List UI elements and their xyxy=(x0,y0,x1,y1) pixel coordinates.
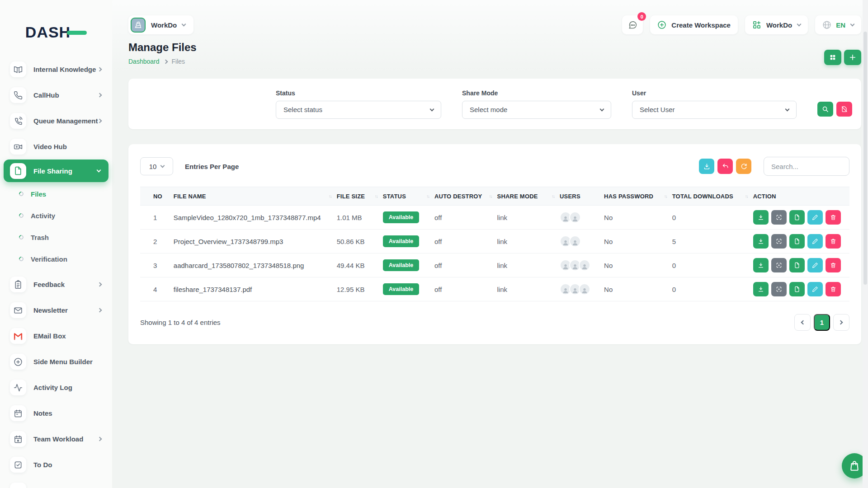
row-scan-button[interactable] xyxy=(771,210,787,225)
filter-clear-button[interactable] xyxy=(836,102,852,117)
sort-icon[interactable]: ↑↓ xyxy=(489,194,492,199)
row-file-button[interactable] xyxy=(789,282,805,296)
row-scan-button[interactable] xyxy=(771,234,787,249)
chevron-right-icon xyxy=(98,282,102,287)
chevron-down-icon xyxy=(430,107,434,111)
cell-share-mode: link xyxy=(497,277,560,301)
pagination-prev-button[interactable] xyxy=(794,314,811,331)
sort-icon[interactable]: ↑↓ xyxy=(664,194,667,199)
row-delete-button[interactable] xyxy=(826,258,841,272)
row-edit-button[interactable] xyxy=(807,282,823,296)
sidebar-item-file-sharing[interactable]: File Sharing xyxy=(4,160,108,182)
language-selector[interactable]: EN xyxy=(815,15,861,34)
chevron-left-icon xyxy=(801,320,806,325)
row-file-button[interactable] xyxy=(789,234,805,249)
building-icon xyxy=(131,18,146,33)
row-scan-button[interactable] xyxy=(771,258,787,272)
messages-button[interactable]: 0 xyxy=(622,15,643,34)
add-file-button[interactable] xyxy=(844,50,861,65)
sidebar-subitem-files[interactable]: Files xyxy=(0,183,112,205)
sidebar-item-label: File Sharing xyxy=(33,167,72,175)
row-download-button[interactable] xyxy=(753,282,769,296)
pagination-next-button[interactable] xyxy=(833,314,849,331)
share-mode-select[interactable]: Select mode xyxy=(462,101,611,119)
cell-action xyxy=(753,230,849,253)
bullet-icon xyxy=(18,212,24,219)
row-edit-button[interactable] xyxy=(807,210,823,225)
sidebar-subitem-trash[interactable]: Trash xyxy=(0,226,112,248)
col-file-size[interactable]: FILE SIZE↑↓ xyxy=(337,187,383,206)
cell-status: Available xyxy=(383,206,434,230)
sidebar-item-internal-knowledge[interactable]: Internal Knowledge xyxy=(0,56,112,82)
refresh-button[interactable] xyxy=(736,159,751,174)
sidebar-item-feedback[interactable]: Feedback xyxy=(0,272,112,297)
sidebar-item-partial[interactable] xyxy=(0,478,112,488)
cell-no: 2 xyxy=(140,230,174,253)
sidebar-item-side-menu-builder[interactable]: Side Menu Builder xyxy=(0,349,112,375)
filter-search-button[interactable] xyxy=(817,102,833,117)
grid-view-button[interactable] xyxy=(824,50,841,65)
table-search-input[interactable] xyxy=(764,157,849,176)
chevron-right-icon xyxy=(98,119,102,123)
col-no: NO xyxy=(140,187,174,206)
chevron-down-icon xyxy=(797,22,802,27)
sidebar-item-queue-management[interactable]: Queue Management xyxy=(0,108,112,134)
undo-button[interactable] xyxy=(717,159,733,174)
row-download-button[interactable] xyxy=(753,234,769,249)
status-select[interactable]: Select status xyxy=(276,101,441,119)
sidebar: DASH Internal Knowledge CallHub Queue Ma… xyxy=(0,0,112,488)
sidebar-subitem-verification[interactable]: Verification xyxy=(0,248,112,270)
sidebar-item-notes[interactable]: Notes xyxy=(0,400,112,426)
sidebar-item-newsletter[interactable]: Newsletter xyxy=(0,297,112,323)
row-download-button[interactable] xyxy=(753,210,769,225)
cell-users xyxy=(560,277,604,301)
download-icon xyxy=(703,163,710,170)
sidebar-item-video-hub[interactable]: Video Hub xyxy=(0,134,112,160)
col-share-mode[interactable]: SHARE MODE↑↓ xyxy=(497,187,560,206)
row-scan-button[interactable] xyxy=(771,282,787,296)
sidebar-item-to-do[interactable]: To Do xyxy=(0,452,112,478)
row-download-button[interactable] xyxy=(753,258,769,272)
sidebar-item-activity-log[interactable]: Activity Log xyxy=(0,375,112,400)
sidebar-item-label: Notes xyxy=(33,409,52,417)
col-total-downloads[interactable]: TOTAL DOWNLOADS↑↓ xyxy=(672,187,753,206)
sidebar-item-team-workload[interactable]: Team Workload xyxy=(0,426,112,452)
row-delete-button[interactable] xyxy=(826,234,841,249)
breadcrumb-current: Files xyxy=(172,58,185,65)
sort-icon[interactable]: ↑↓ xyxy=(426,194,429,199)
pagination-current-page[interactable]: 1 xyxy=(814,314,830,331)
sidebar-subitem-activity[interactable]: Activity xyxy=(0,205,112,226)
scrollbar-thumb[interactable] xyxy=(863,32,867,285)
team-selector[interactable]: WorkDo xyxy=(128,15,193,34)
col-status[interactable]: STATUS↑↓ xyxy=(383,187,434,206)
sidebar-item-email-box[interactable]: EMail Box xyxy=(0,323,112,349)
sort-icon[interactable]: ↑↓ xyxy=(375,194,377,199)
row-file-button[interactable] xyxy=(789,210,805,225)
workspace-dropdown[interactable]: WorkDo xyxy=(745,15,808,34)
sort-icon[interactable]: ↑↓ xyxy=(329,194,331,199)
page-size-select[interactable]: 10 xyxy=(140,157,173,175)
col-has-password[interactable]: HAS PASSWORD↑↓ xyxy=(604,187,672,206)
brand-logo[interactable]: DASH xyxy=(0,0,112,41)
plus-circle-icon xyxy=(10,354,26,370)
row-file-button[interactable] xyxy=(789,258,805,272)
breadcrumb: Dashboard Files xyxy=(128,58,197,65)
chat-icon xyxy=(628,20,637,30)
row-delete-button[interactable] xyxy=(826,210,841,225)
filter-label: Share Mode xyxy=(462,89,611,97)
col-auto-destroy[interactable]: AUTO DESTROY↑↓ xyxy=(434,187,497,206)
user-avatar xyxy=(579,283,590,295)
sort-icon[interactable]: ↑↓ xyxy=(552,194,554,199)
col-file-name[interactable]: FILE NAME↑↓ xyxy=(174,187,337,206)
breadcrumb-dashboard-link[interactable]: Dashboard xyxy=(128,58,160,65)
row-edit-button[interactable] xyxy=(807,258,823,272)
create-workspace-button[interactable]: Create Workspace xyxy=(650,15,738,34)
cell-status: Available xyxy=(383,253,434,277)
sidebar-item-callhub[interactable]: CallHub xyxy=(0,82,112,108)
row-edit-button[interactable] xyxy=(807,234,823,249)
export-button[interactable] xyxy=(699,159,714,174)
sort-icon[interactable]: ↑↓ xyxy=(745,194,748,199)
user-select[interactable]: Select User xyxy=(632,101,797,119)
globe-icon xyxy=(822,20,831,29)
row-delete-button[interactable] xyxy=(826,282,841,296)
